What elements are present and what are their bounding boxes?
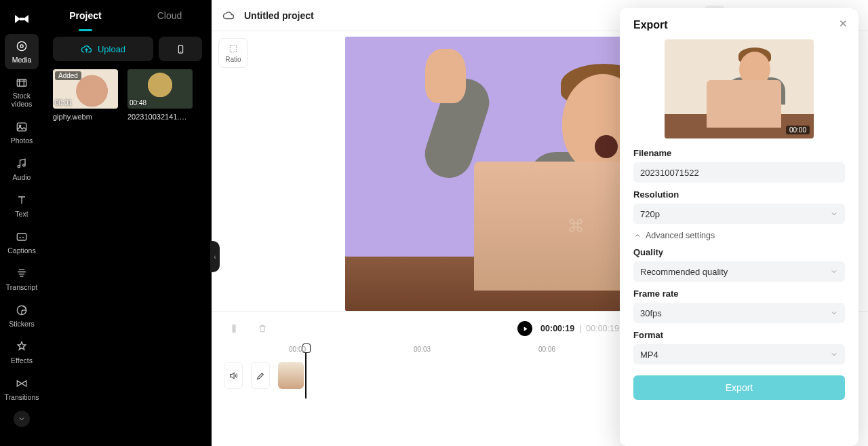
ratio-icon [228,43,239,54]
rail-label: Effects [11,356,33,365]
annotation-arrow [620,342,627,382]
export-preview: 00:00 [665,39,814,138]
phone-upload-button[interactable] [159,37,202,61]
media-panel: Project Cloud Upload Added 00:01 giphy.w… [43,0,212,446]
clip-duration: 00:01 [55,99,72,107]
rail-label: Transcript [6,283,37,291]
rail-item-text[interactable]: Text [5,188,39,223]
svg-rect-4 [17,79,26,86]
export-button-label: Export [726,382,753,393]
play-button[interactable] [517,321,532,336]
project-title[interactable]: Untitled project [244,10,314,21]
phone-icon [176,44,186,54]
svg-rect-5 [17,123,26,131]
chevron-down-icon [830,267,838,276]
svg-point-8 [23,164,25,166]
main-area: ‹ Untitled project 100% Ratio [212,0,868,446]
select-value: MP4 [640,350,658,360]
app-logo [11,8,33,30]
select-value: 30fps [640,308,662,318]
tab-project[interactable]: Project [43,0,127,31]
timecode: 00:00:19 | 00:00:19 [540,324,619,333]
framerate-select[interactable]: 30fps [633,303,845,323]
quality-select[interactable]: Recommended quality [633,261,845,282]
close-button[interactable]: ✕ [839,18,848,30]
svg-rect-1 [20,18,24,20]
tab-cloud[interactable]: Cloud [127,0,212,31]
playhead[interactable] [305,346,307,398]
ruler-tick: 00:06 [538,346,555,353]
resolution-label: Resolution [633,189,845,200]
timeline-clip[interactable] [278,362,304,389]
split-button[interactable] [224,318,244,339]
filename-input[interactable] [633,162,845,183]
media-clip[interactable]: 00:48 202310032141.mp4 [127,69,193,121]
quality-label: Quality [633,247,845,257]
preview-duration: 00:00 [786,126,810,134]
export-button[interactable]: Export [633,375,845,400]
rail-item-media[interactable]: Media [5,34,39,69]
rail-more-button[interactable] [14,411,30,427]
advanced-label: Advanced settings [646,231,715,240]
media-clip[interactable]: Added 00:01 giphy.webm [53,69,118,121]
mute-track-button[interactable] [224,362,243,389]
cloud-upload-icon [81,43,92,55]
ruler-tick: 00:00 [289,346,306,353]
format-label: Format [633,330,845,340]
rail-item-effects[interactable]: Effects [5,335,39,370]
ratio-label: Ratio [225,56,241,63]
cloud-icon [222,10,235,22]
export-title: Export [633,19,845,31]
format-select[interactable]: MP4 [633,344,845,365]
rail-label: Captions [7,246,35,255]
select-value: 720p [640,209,660,219]
rail-item-stock[interactable]: Stock videos [5,71,39,113]
rail-item-photos[interactable]: Photos [5,115,39,150]
svg-rect-14 [235,325,235,333]
rail-label: Transitions [5,393,39,401]
rail-label: Text [15,210,28,218]
clip-name: giphy.webm [53,113,118,121]
rail-item-captions[interactable]: Captions [5,225,39,260]
left-rail: Media Stock videos Photos Audio Text Cap… [0,0,43,446]
chevron-down-icon [830,210,838,218]
rail-item-transitions[interactable]: Transitions [5,371,39,407]
framerate-label: Frame rate [633,289,845,299]
tab-label: Project [69,10,101,21]
collapse-panel-handle[interactable]: ‹ [210,241,220,272]
filename-label: Filename [633,148,845,158]
tab-label: Cloud [157,10,182,21]
chevron-down-icon [830,309,838,317]
rail-item-audio[interactable]: Audio [5,151,39,187]
rail-item-transcript[interactable]: Transcript [5,261,39,297]
upload-label: Upload [98,44,125,54]
select-value: Recommended quality [640,267,728,277]
rail-label: Media [12,56,32,64]
chevron-up-icon [633,231,642,240]
svg-rect-12 [230,45,236,52]
rail-label: Stickers [9,320,34,328]
svg-rect-13 [233,325,233,333]
ratio-button[interactable]: Ratio [218,38,248,68]
svg-point-7 [18,166,20,168]
svg-point-3 [20,45,23,48]
export-panel: Export ✕ 00:00 Filename Resolution 720p … [620,8,859,446]
svg-rect-9 [17,234,26,240]
rail-label: Audio [13,173,31,181]
edit-track-button[interactable] [251,362,270,389]
advanced-settings-toggle[interactable]: Advanced settings [633,231,845,240]
resolution-select[interactable]: 720p [633,204,845,224]
ruler-tick: 00:03 [414,346,431,353]
svg-point-2 [17,41,26,50]
chevron-down-icon [830,350,838,358]
added-badge: Added [55,71,81,80]
rail-label: Stock videos [12,92,32,108]
upload-button[interactable]: Upload [53,37,153,61]
clip-duration: 00:48 [130,99,146,107]
rail-item-stickers[interactable]: Stickers [5,298,39,333]
rail-label: Photos [11,136,33,145]
clip-name: 202310032141.mp4 [127,113,193,121]
delete-button[interactable] [252,318,273,339]
